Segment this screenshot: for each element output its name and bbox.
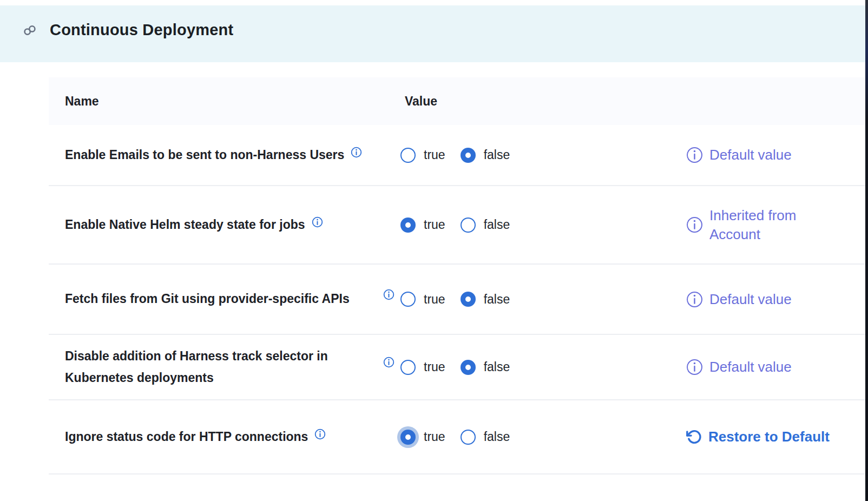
- link-anchor-icon[interactable]: [23, 23, 37, 37]
- setting-status-cell[interactable]: Inherited from Account: [686, 206, 865, 243]
- page-title: Continuous Deployment: [50, 21, 233, 39]
- setting-value-cell: true false: [383, 148, 686, 163]
- setting-value-cell: true false: [383, 217, 686, 233]
- radio-false-circle[interactable]: [461, 217, 476, 233]
- column-header-value: Value: [383, 94, 865, 109]
- info-icon[interactable]: [686, 147, 703, 163]
- radio-true-circle[interactable]: [400, 148, 416, 163]
- info-icon[interactable]: [686, 216, 703, 233]
- radio-option-false[interactable]: false: [461, 292, 510, 307]
- radio-true-label: true: [424, 148, 445, 162]
- settings-table: Name Value Enable Emails to be sent to n…: [49, 77, 865, 474]
- radio-option-true[interactable]: true: [400, 148, 445, 163]
- radio-false-label: false: [484, 360, 510, 374]
- setting-status-cell[interactable]: Restore to Default: [686, 427, 865, 446]
- setting-status-cell[interactable]: Default value: [686, 290, 865, 308]
- column-header-name: Name: [49, 94, 383, 109]
- setting-name-cell: Enable Emails to be sent to non-Harness …: [49, 144, 383, 166]
- radio-false-label: false: [484, 430, 510, 444]
- radio-false-circle[interactable]: [461, 360, 476, 375]
- status-label: Default value: [709, 146, 792, 164]
- radio-option-false[interactable]: false: [461, 148, 510, 163]
- setting-row: Enable Emails to be sent to non-Harness …: [49, 125, 865, 186]
- radio-option-true[interactable]: true: [400, 217, 445, 233]
- setting-row: Ignore status code for HTTP connections: [49, 400, 865, 474]
- radio-true-label: true: [424, 217, 445, 232]
- radio-true-circle[interactable]: [400, 292, 416, 307]
- radio-option-true[interactable]: true: [400, 360, 445, 375]
- setting-name-cell: Enable Native Helm steady state for jobs: [49, 214, 383, 235]
- radio-option-true[interactable]: true: [400, 292, 445, 307]
- table-header-row: Name Value: [49, 77, 865, 125]
- setting-value-cell: true false: [383, 360, 686, 375]
- setting-name: Enable Emails to be sent to non-Harness …: [65, 148, 344, 162]
- setting-name-cell: Disable addition of Harness track select…: [49, 346, 383, 388]
- table-body: Enable Emails to be sent to non-Harness …: [49, 125, 865, 474]
- radio-true-label: true: [424, 360, 445, 374]
- setting-name: Disable addition of Harness track select…: [65, 346, 379, 388]
- radio-false-circle[interactable]: [461, 148, 476, 163]
- setting-name-cell: Fetch files from Git using provider-spec…: [49, 288, 383, 309]
- setting-name: Enable Native Helm steady state for jobs: [65, 217, 305, 232]
- status-label: Restore to Default: [708, 427, 830, 446]
- setting-name: Ignore status code for HTTP connections: [65, 430, 308, 444]
- setting-row: Enable Native Helm steady state for jobs: [49, 186, 865, 265]
- setting-status-cell[interactable]: Default value: [686, 358, 865, 376]
- radio-true-circle[interactable]: [400, 217, 416, 233]
- setting-name: Fetch files from Git using provider-spec…: [65, 288, 350, 309]
- info-icon[interactable]: [312, 216, 323, 228]
- radio-option-false[interactable]: false: [461, 360, 510, 375]
- radio-false-circle[interactable]: [461, 292, 476, 307]
- restore-icon[interactable]: [686, 429, 702, 445]
- setting-value-cell: true false: [383, 430, 686, 445]
- info-icon[interactable]: [351, 147, 362, 158]
- info-icon[interactable]: [383, 357, 394, 368]
- radio-false-label: false: [484, 148, 510, 162]
- radio-false-circle[interactable]: [461, 430, 476, 445]
- setting-value-cell: true false: [383, 292, 686, 307]
- section-header: Continuous Deployment: [0, 5, 865, 62]
- setting-name-cell: Ignore status code for HTTP connections: [49, 426, 383, 447]
- radio-option-true[interactable]: true: [400, 430, 445, 445]
- status-label: Default value: [709, 290, 792, 308]
- setting-row: Disable addition of Harness track select…: [49, 335, 865, 400]
- radio-option-false[interactable]: false: [461, 217, 510, 233]
- radio-true-label: true: [424, 430, 445, 444]
- radio-true-label: true: [424, 292, 445, 307]
- setting-status-cell[interactable]: Default value: [686, 146, 865, 164]
- radio-true-circle[interactable]: [400, 360, 416, 375]
- info-icon[interactable]: [686, 291, 703, 308]
- radio-false-label: false: [484, 292, 510, 307]
- right-edge-panel: [865, 0, 868, 501]
- status-label: Inherited from Account: [709, 206, 847, 243]
- radio-true-circle[interactable]: [400, 430, 416, 445]
- info-icon[interactable]: [686, 359, 703, 375]
- radio-option-false[interactable]: false: [461, 430, 510, 445]
- info-icon[interactable]: [383, 289, 394, 300]
- info-icon[interactable]: [314, 429, 326, 440]
- status-label: Default value: [709, 358, 792, 376]
- setting-row: Fetch files from Git using provider-spec…: [49, 265, 865, 335]
- radio-false-label: false: [484, 217, 510, 232]
